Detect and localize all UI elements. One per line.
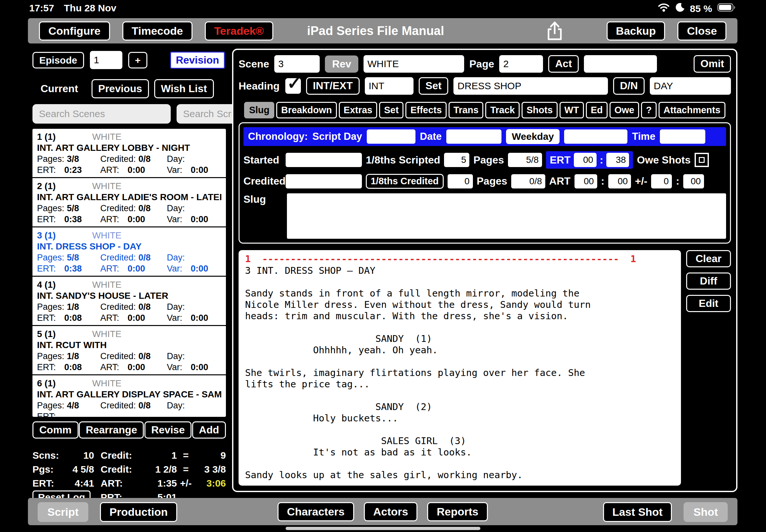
tab-track[interactable]: Track (485, 102, 520, 118)
var-value: 0:00 (191, 214, 208, 224)
scene-list-item-4[interactable]: 4 (1) WHITE INT. SANDY'S HOUSE - LATER P… (32, 277, 226, 326)
credit-label: Credit: (101, 448, 141, 462)
set-button[interactable]: Set (419, 77, 449, 94)
weekday-button[interactable]: Weekday (506, 129, 560, 144)
home-indicator[interactable] (286, 527, 480, 530)
production-mode-button[interactable]: Production (100, 502, 177, 522)
status-date: Thu 28 Nov (64, 3, 116, 14)
scene-list-item-2[interactable]: 2 (1) WHITE INT. ART GALLERY LADIE'S ROO… (32, 178, 226, 227)
revision-color-input[interactable] (363, 55, 464, 73)
pages-scripted-input[interactable] (508, 153, 542, 167)
tab-trans[interactable]: Trans (449, 102, 483, 118)
configure-button[interactable]: Configure (39, 21, 110, 41)
checkmark-icon: ✓ (287, 73, 301, 93)
set-input[interactable] (454, 77, 608, 95)
art-seconds-input[interactable] (608, 174, 631, 188)
characters-button[interactable]: Characters (277, 502, 354, 521)
search-scenes-input[interactable] (32, 104, 171, 124)
scene-list-item-3-selected[interactable]: 3 (1) WHITE INT. DRESS SHOP - DAY Pages:… (32, 227, 226, 277)
scene-number-input[interactable] (274, 55, 320, 73)
tab-effects[interactable]: Effects (406, 102, 447, 118)
scene-list-item-6[interactable]: 6 (1) WHITE INT. ART GALLERY DISPLAY SPA… (32, 375, 226, 417)
tab-attachments[interactable]: Attachments (659, 102, 725, 118)
pages-credited-input[interactable] (511, 174, 545, 188)
tab-extras[interactable]: Extras (339, 102, 377, 118)
rearrange-button[interactable]: Rearrange (79, 421, 144, 439)
ert-value: 0:38 (64, 264, 82, 273)
ert-minutes-input[interactable] (574, 153, 597, 167)
backup-button[interactable]: Backup (607, 21, 665, 41)
share-export-icon[interactable] (543, 20, 566, 42)
credited-input[interactable] (286, 174, 362, 188)
script-page-view[interactable]: 1 --------------------------------------… (238, 250, 681, 486)
script-day-input[interactable] (367, 129, 416, 144)
timecode-button[interactable]: Timecode (122, 21, 192, 41)
int-ext-input[interactable] (365, 77, 414, 95)
comm-button[interactable]: Comm (32, 421, 79, 439)
page-number-input[interactable] (499, 55, 543, 73)
omit-button[interactable]: Omit (694, 55, 731, 72)
script-body-text: 3 INT. DRESS SHOP – DAY Sandy stands in … (245, 265, 675, 481)
art-value: 0:00 (128, 362, 145, 372)
add-episode-button[interactable]: + (128, 52, 148, 68)
tab-shots[interactable]: Shots (522, 102, 558, 118)
tab-ed[interactable]: Ed (586, 102, 608, 118)
episode-number-input[interactable] (90, 51, 122, 69)
ert-seconds-input[interactable] (606, 153, 629, 167)
scene-list-item-1[interactable]: 1 (1) WHITE INT. ART GALLERY LOBBY - NIG… (32, 129, 226, 178)
date-input[interactable] (446, 129, 502, 144)
credit-scenes-value: 1 (141, 448, 177, 462)
edit-button[interactable]: Edit (686, 295, 731, 312)
tab-question[interactable]: ? (641, 102, 657, 118)
diff-button[interactable]: Diff (686, 272, 731, 290)
int-ext-button[interactable]: INT/EXT (306, 77, 359, 94)
heading-label: Heading (238, 80, 280, 92)
time-input[interactable] (660, 129, 705, 144)
episode-button[interactable]: Episode (32, 52, 84, 68)
act-input[interactable] (584, 55, 657, 73)
clear-button[interactable]: Clear (686, 250, 731, 267)
slug-textarea[interactable] (287, 193, 726, 239)
tab-previous[interactable]: Previous (91, 79, 149, 98)
rev-button[interactable]: Rev (325, 55, 358, 73)
tab-breakdown[interactable]: Breakdown (276, 102, 336, 118)
teradek-button[interactable]: Teradek® (205, 21, 273, 41)
owe-shots-checkbox[interactable] (695, 153, 709, 167)
pages-value: 1/8 (67, 351, 79, 361)
pages-label: Pages: (37, 253, 64, 262)
add-scene-button[interactable]: Add (192, 421, 226, 439)
pages-scripted-label: Pages (473, 154, 504, 166)
pgs-value: 4 5/8 (62, 462, 94, 476)
day-night-button[interactable]: D/N (613, 77, 645, 94)
day-label: Day: (167, 253, 185, 262)
wifi-icon (658, 3, 670, 14)
script-mode-button[interactable]: Script (38, 502, 88, 522)
tab-wish-list[interactable]: Wish List (154, 79, 214, 98)
eighths-credited-input[interactable] (448, 174, 473, 188)
scene-list-item-5[interactable]: 5 (1) WHITE INT. RCUT WITH Pages:1/8 Cre… (32, 326, 226, 375)
day-night-input[interactable] (650, 77, 731, 95)
tab-slug[interactable]: Slug (244, 102, 274, 118)
weekday-input[interactable] (564, 129, 627, 144)
eighths-scripted-input[interactable] (444, 153, 469, 167)
act-button[interactable]: Act (548, 55, 579, 72)
day-label: Day: (167, 351, 185, 361)
plusminus-seconds-input[interactable] (683, 174, 704, 188)
close-button[interactable]: Close (677, 21, 726, 41)
actors-button[interactable]: Actors (364, 502, 418, 521)
plusminus-minutes-input[interactable] (651, 174, 672, 188)
shot-button[interactable]: Shot (684, 502, 728, 522)
tab-current[interactable]: Current (32, 79, 86, 98)
heading-checkbox[interactable]: ✓ (285, 78, 301, 94)
tab-owe[interactable]: Owe (610, 102, 639, 118)
reports-button[interactable]: Reports (427, 502, 488, 521)
eighths-credited-button[interactable]: 1/8ths Credited (366, 174, 444, 189)
revision-button[interactable]: Revision (169, 51, 226, 70)
started-input[interactable] (286, 153, 362, 167)
last-shot-button[interactable]: Last Shot (603, 502, 672, 522)
tab-wt[interactable]: WT (560, 102, 584, 118)
art-minutes-input[interactable] (575, 174, 597, 188)
revise-button[interactable]: Revise (144, 421, 191, 439)
tab-set[interactable]: Set (379, 102, 404, 118)
credited-value: 0/8 (139, 253, 151, 262)
